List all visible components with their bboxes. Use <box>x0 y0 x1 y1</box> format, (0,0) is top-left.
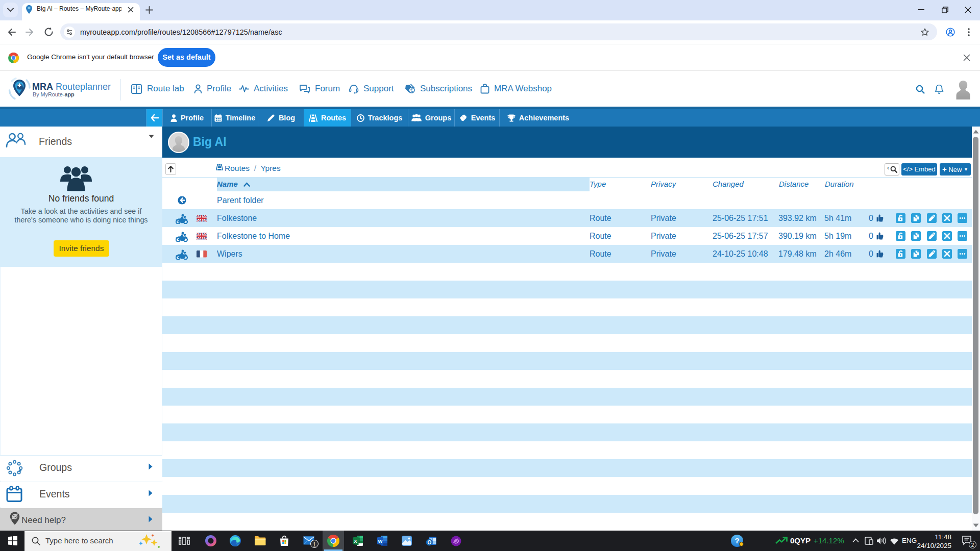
svg-text:€: € <box>410 87 413 93</box>
svg-text:W: W <box>378 538 383 544</box>
svg-text:O: O <box>427 540 431 545</box>
svg-text:X: X <box>354 538 357 544</box>
